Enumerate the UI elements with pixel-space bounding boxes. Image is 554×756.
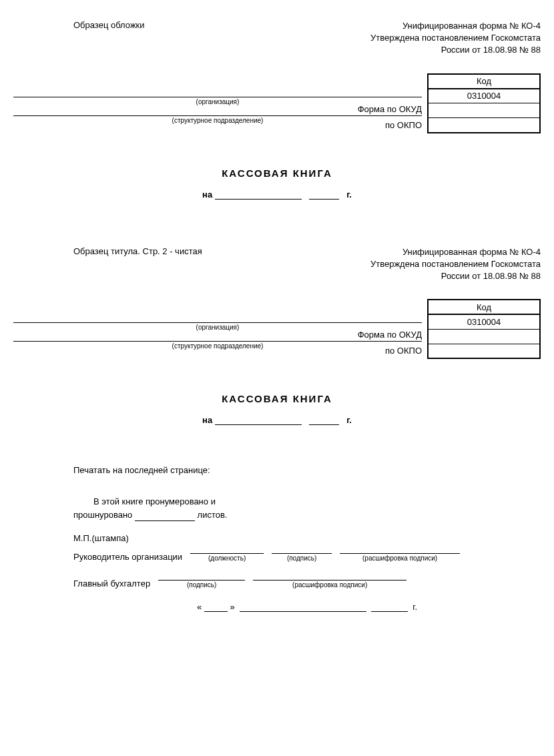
cash-book-title: КАССОВАЯ КНИГА [13,167,541,179]
signature-caption-2: (подпись) [158,581,245,589]
russia-date-line: России от 18.08.98 № 88 [370,44,541,56]
mp-stamp-label: М.П.(штампа) [73,533,541,543]
final-year-suffix: г. [412,602,417,612]
period-blank-1b[interactable] [215,424,302,425]
signature-caption: (подпись) [272,554,332,562]
cash-book-title-2: КАССОВАЯ КНИГА [13,393,541,404]
sheets-count-blank[interactable] [135,520,195,521]
na-label: на [202,190,212,200]
extra-code-cell-2[interactable] [428,344,540,358]
leader-signature-blank[interactable] [272,544,332,554]
year-suffix: г. [346,190,352,200]
position-caption: (должность) [190,554,264,562]
decipher-caption-2: (расшифровка подписи) [253,581,406,589]
approved-line-2: Утверждена постановлением Госкомстата [370,258,541,270]
quote-open: « [197,602,202,612]
code-header-2: Код [428,300,540,314]
okpo-value[interactable] [428,103,540,118]
code-table: Код 0310004 [427,73,541,133]
numbered-stmt-1: В этой книге пронумеровано и [93,496,216,506]
code-header: Код [428,74,540,89]
okud-value-2: 0310004 [428,314,540,329]
russia-date-line-2: России от 18.08.98 № 88 [370,270,541,282]
date-month-blank[interactable] [240,611,366,612]
accountant-decipher-blank[interactable] [253,571,406,581]
cover-sample-label: Образец обложки [13,20,145,30]
period-blank-2b[interactable] [309,424,339,425]
quote-close: » [230,602,234,612]
leader-position-blank[interactable] [190,544,264,554]
okud-value: 0310004 [428,89,540,103]
period-blank-2[interactable] [309,199,339,200]
okpo-value-2[interactable] [428,329,540,344]
extra-code-cell[interactable] [428,118,540,133]
date-year-blank[interactable] [371,611,408,612]
print-last-page-heading: Печатать на последней странице: [73,465,541,475]
accountant-signature-blank[interactable] [158,571,245,581]
year-suffix-2: г. [346,415,352,425]
form-number-line: Унифицированная форма № КО-4 [370,20,541,32]
laced-stmt: прошнуровано [73,510,132,520]
na-label-2: на [202,415,212,425]
date-day-blank[interactable] [204,611,228,612]
period-blank-1[interactable] [215,199,302,200]
form-number-line-2: Унифицированная форма № КО-4 [370,246,541,258]
accountant-label: Главный бухгалтер [73,579,150,589]
code-table-2: Код 0310004 [427,299,541,359]
title-sample-label: Образец титула. Стр. 2 - чистая [13,246,202,256]
approved-line: Утверждена постановлением Госкомстата [370,32,541,44]
sheets-word: листов. [198,510,228,520]
leader-decipher-blank[interactable] [340,544,460,554]
leader-label: Руководитель организации [73,552,182,562]
decipher-caption: (расшифровка подписи) [340,554,460,562]
